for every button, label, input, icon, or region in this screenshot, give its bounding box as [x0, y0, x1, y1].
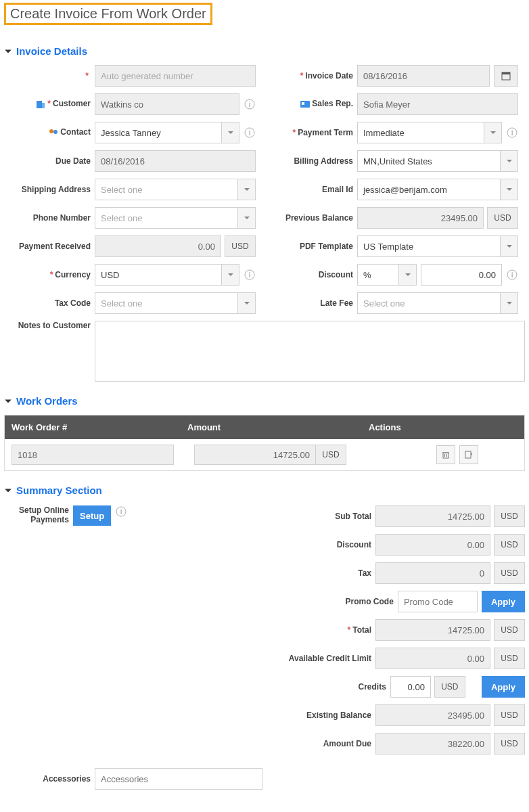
tax-field: 0 [375, 562, 490, 584]
chevron-down-icon [221, 122, 239, 143]
people-icon [48, 127, 59, 138]
info-icon[interactable]: i [506, 269, 518, 281]
info-icon[interactable]: i [115, 505, 127, 518]
email-select[interactable]: jessica@berijam.com [357, 179, 518, 200]
document-icon [464, 450, 474, 459]
subtotal-field: 14725.00 [375, 505, 490, 527]
sales-rep-field: Sofia Meyer [357, 93, 518, 115]
svg-text:i: i [249, 129, 250, 137]
calendar-icon [501, 71, 511, 81]
tax-code-label: Tax Code [4, 298, 91, 308]
invoice-number-field: Auto generated number [95, 65, 256, 87]
caret-down-icon [4, 47, 12, 55]
section-invoice-details[interactable]: Invoice Details [4, 45, 525, 57]
due-date-label: Due Date [4, 156, 91, 166]
svg-rect-13 [302, 102, 304, 105]
tax-code-select[interactable]: Select one [95, 292, 256, 314]
accessories-input[interactable] [95, 768, 262, 790]
svg-rect-1 [42, 103, 45, 108]
apply-promo-button[interactable]: Apply [482, 591, 525, 612]
section-title: Work Orders [16, 395, 78, 407]
phone-select[interactable]: Select one [95, 207, 256, 229]
info-icon[interactable]: i [506, 127, 518, 139]
chevron-down-icon [237, 179, 255, 200]
existing-balance-field: 23495.00 [375, 704, 490, 726]
payment-received-label: Payment Received [4, 242, 91, 251]
svg-rect-11 [502, 72, 510, 74]
billing-address-label: Billing Address [267, 156, 353, 166]
section-title: Summary Section [16, 484, 102, 496]
pdf-template-select[interactable]: US Template [357, 235, 518, 257]
chevron-down-icon [500, 293, 518, 313]
invoice-date-field[interactable]: 08/16/2016 [357, 65, 490, 87]
page-title: Create Invoice From Work Order [4, 3, 212, 25]
caret-down-icon [4, 487, 12, 495]
currency-select[interactable]: USD [95, 264, 239, 286]
svg-point-5 [53, 130, 58, 134]
info-icon[interactable]: i [244, 127, 256, 139]
work-order-number: 1018 [12, 445, 174, 465]
notes-textarea[interactable] [95, 321, 525, 382]
section-work-orders[interactable]: Work Orders [4, 395, 525, 407]
credits-input[interactable]: 0.00 [390, 676, 431, 698]
discount-type-select[interactable]: % [357, 264, 417, 286]
email-label: Email Id [267, 185, 353, 194]
work-orders-table: Work Order # Amount Actions 1018 14725.0… [4, 415, 525, 471]
apply-credits-button[interactable]: Apply [482, 676, 525, 698]
late-fee-label: Late Fee [267, 298, 353, 308]
info-icon[interactable]: i [244, 269, 256, 281]
setup-button[interactable]: Setup [73, 505, 111, 526]
section-summary[interactable]: Summary Section [4, 484, 525, 496]
svg-text:i: i [511, 129, 513, 137]
building-icon [35, 99, 46, 110]
pdf-template-label: PDF Template [267, 242, 353, 251]
payment-term-select[interactable]: Immediate [357, 122, 502, 143]
shipping-select[interactable]: Select one [95, 179, 256, 200]
phone-label: Phone Number [4, 213, 91, 223]
customer-field: Watkins co [95, 93, 239, 115]
info-icon[interactable]: i [244, 98, 256, 110]
notes-label: Notes to Customer [4, 321, 91, 330]
svg-text:i: i [120, 508, 122, 516]
promo-input[interactable] [398, 591, 478, 612]
svg-rect-0 [37, 101, 42, 108]
calendar-button[interactable] [494, 65, 518, 87]
svg-text:i: i [511, 271, 513, 279]
svg-rect-22 [465, 451, 471, 458]
available-credit-field: 0.00 [375, 648, 490, 669]
contact-select[interactable]: Jessica Tanney [95, 122, 239, 143]
col-actions: Actions [362, 415, 524, 439]
chevron-down-icon [500, 179, 518, 200]
discount-field: 0.00 [375, 534, 490, 556]
discount-value-input[interactable]: 0.00 [421, 264, 502, 286]
unit-usd: USD [487, 207, 518, 229]
chevron-down-icon [500, 151, 518, 171]
table-row: 1018 14725.00 USD [5, 439, 524, 470]
amount-due-field: 38220.00 [375, 733, 490, 754]
chevron-down-icon [484, 122, 501, 143]
caret-down-icon [4, 397, 12, 405]
svg-rect-18 [443, 453, 448, 458]
payment-received-field: 0.00 [95, 235, 221, 257]
svg-point-4 [49, 129, 53, 133]
view-button[interactable] [459, 445, 478, 464]
work-order-amount: 14725.00 [194, 445, 316, 465]
billing-address-select[interactable]: MN,United States [357, 150, 518, 172]
prev-balance-field: 23495.00 [357, 207, 484, 229]
col-amount: Amount [181, 415, 362, 439]
shipping-label: Shipping Address [4, 185, 91, 194]
delete-button[interactable] [436, 445, 455, 464]
col-work-order: Work Order # [5, 415, 181, 439]
chevron-down-icon [500, 236, 518, 256]
discount-label: Discount [267, 270, 353, 279]
svg-text:i: i [249, 271, 250, 279]
unit-usd: USD [225, 235, 256, 257]
chevron-down-icon [237, 293, 255, 313]
total-field: 14725.00 [375, 619, 490, 641]
accessories-label: Accessories [4, 774, 91, 784]
id-card-icon [300, 99, 310, 110]
unit-usd: USD [315, 445, 346, 465]
section-title: Invoice Details [16, 45, 87, 57]
late-fee-select[interactable]: Select one [357, 292, 518, 314]
prev-balance-label: Previous Balance [267, 213, 353, 223]
